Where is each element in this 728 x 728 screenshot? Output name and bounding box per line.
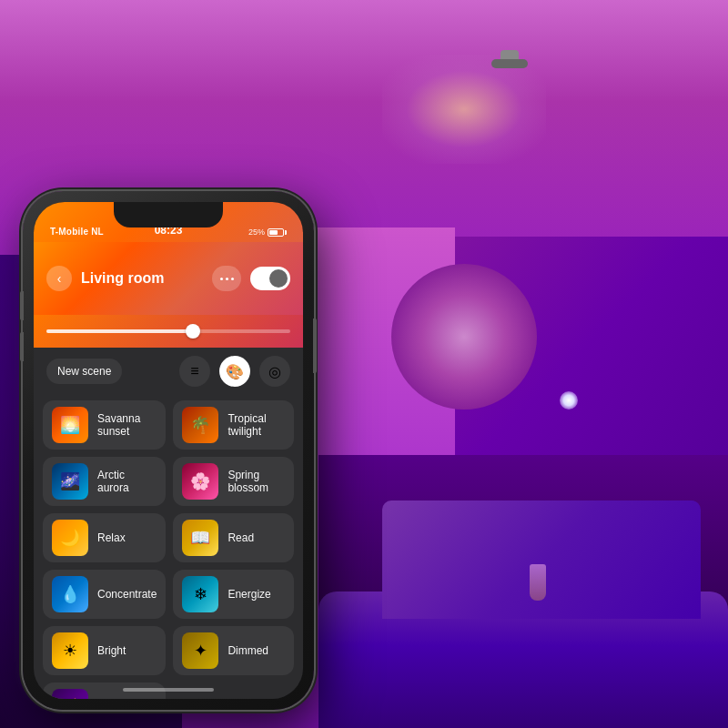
room-toggle[interactable] <box>250 267 290 290</box>
scene-name-savanna-sunset: Savanna sunset <box>97 412 157 439</box>
scene-thumb-read: 📖 <box>182 520 218 556</box>
room-title: Living room <box>81 270 203 287</box>
scene-name-read: Read <box>228 531 254 544</box>
phone-device: T-Mobile NL 08:23 25% ‹ Living room <box>23 191 314 710</box>
brightness-slider-row <box>34 315 303 348</box>
bed-pillows <box>382 500 701 619</box>
color-wheel-icon: ◎ <box>268 363 281 380</box>
more-options-button[interactable] <box>212 266 241 291</box>
battery-fill <box>269 230 278 235</box>
scene-name-dimmed: Dimmed <box>228 644 268 657</box>
scene-item-read[interactable]: 📖Read <box>173 513 294 562</box>
palette-icon: 🎨 <box>226 363 244 380</box>
scene-item-bright[interactable]: ☀Bright <box>43 626 166 675</box>
scene-name-relax: Relax <box>97 531 126 544</box>
wall-lamp <box>560 391 578 410</box>
scene-thumb-bright: ☀ <box>52 632 88 669</box>
battery-status: 25% <box>248 228 287 237</box>
home-indicator[interactable] <box>123 688 214 692</box>
phone-screen: T-Mobile NL 08:23 25% ‹ Living room <box>34 202 303 699</box>
scene-thumb-concentrate: 💧 <box>52 576 88 612</box>
battery-body <box>268 228 284 237</box>
scene-item-spring-blossom[interactable]: 🌸Spring blossom <box>173 457 294 506</box>
ceiling-lamp-fixture <box>487 50 532 77</box>
scene-thumb-arctic-aurora: 🌌 <box>52 463 88 500</box>
battery-percent: 25% <box>248 228 265 237</box>
phone-notch <box>114 202 223 228</box>
carrier-text: T-Mobile NL <box>50 227 104 237</box>
wall-decoration-circle <box>391 264 537 410</box>
scene-thumb-dimmed: ✦ <box>182 632 218 669</box>
brightness-slider[interactable] <box>46 329 290 333</box>
scene-item-dimmed[interactable]: ✦Dimmed <box>173 626 294 675</box>
toggle-knob <box>269 269 288 288</box>
scene-name-arctic-aurora: Arctic aurora <box>97 469 157 495</box>
brightness-fill <box>46 329 193 333</box>
dot-icon <box>231 278 234 280</box>
bedside-vase <box>530 564 546 601</box>
back-icon: ‹ <box>57 271 62 286</box>
scene-thumb-spring-blossom: 🌸 <box>182 463 218 500</box>
scene-item-tropical-twilight[interactable]: 🌴Tropical twilight <box>173 400 294 450</box>
palette-view-button[interactable]: 🎨 <box>219 356 250 387</box>
scene-name-energize: Energize <box>228 588 270 601</box>
new-scene-button[interactable]: New scene <box>46 359 122 384</box>
scene-thumb-tropical-twilight: 🌴 <box>182 407 218 443</box>
volume-up-button[interactable] <box>20 291 24 320</box>
list-view-button[interactable]: ≡ <box>179 356 210 387</box>
scene-item-energize[interactable]: ❄Energize <box>173 570 294 619</box>
scene-thumb-nightlight: 🌙 <box>52 689 88 699</box>
list-icon: ≡ <box>190 363 198 379</box>
dot-icon <box>226 278 228 280</box>
scene-thumb-energize: ❄ <box>182 576 218 612</box>
power-button[interactable] <box>313 318 317 373</box>
scene-thumb-savanna-sunset: 🌅 <box>52 407 88 443</box>
scene-item-relax[interactable]: 🌙Relax <box>43 513 166 562</box>
brightness-thumb[interactable] <box>186 324 200 339</box>
scene-name-concentrate: Concentrate <box>97 588 157 601</box>
battery-icon <box>268 228 287 237</box>
back-button[interactable]: ‹ <box>46 266 72 291</box>
app-header: ‹ Living room <box>34 242 303 315</box>
color-wheel-button[interactable]: ◎ <box>259 356 290 387</box>
scenes-grid: 🌅Savanna sunset🌴Tropical twilight🌌Arctic… <box>43 400 294 699</box>
scene-item-arctic-aurora[interactable]: 🌌Arctic aurora <box>43 457 166 506</box>
scene-name-tropical-twilight: Tropical twilight <box>228 412 285 439</box>
scene-item-savanna-sunset[interactable]: 🌅Savanna sunset <box>43 400 166 450</box>
scenes-toolbar: New scene ≡ 🎨 ◎ <box>34 348 303 395</box>
scene-thumb-relax: 🌙 <box>52 520 88 556</box>
scene-name-spring-blossom: Spring blossom <box>228 469 285 495</box>
volume-down-button[interactable] <box>20 332 24 361</box>
scenes-container: 🌅Savanna sunset🌴Tropical twilight🌌Arctic… <box>34 395 303 699</box>
battery-tip <box>285 230 287 235</box>
dot-icon <box>220 278 223 280</box>
scene-item-concentrate[interactable]: 💧Concentrate <box>43 570 166 619</box>
scene-name-bright: Bright <box>97 644 126 657</box>
